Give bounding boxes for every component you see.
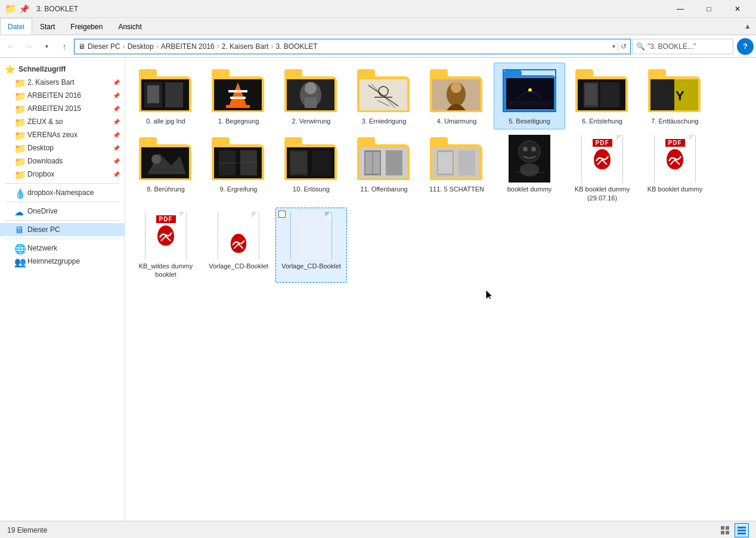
tab-start[interactable]: Start — [32, 18, 63, 35]
file-item-1[interactable]: 1. Begegnung — [203, 63, 274, 129]
onedrive-icon: ☁ — [14, 206, 24, 216]
title-controls[interactable]: — □ ✕ — [667, 0, 751, 18]
search-input[interactable] — [647, 42, 729, 51]
bc-booklet[interactable]: 3. BOOKLET — [275, 42, 317, 51]
sidebar-divider-2 — [5, 202, 120, 202]
help-button[interactable]: ? — [737, 38, 754, 55]
file-item-6[interactable]: 6. Entstehung — [566, 63, 638, 129]
recent-locations-button[interactable]: ▾ — [38, 38, 55, 55]
sidebar-item-network[interactable]: 🌐 Netzwerk — [0, 242, 125, 255]
sidebar-label-verenas: VERENAs zeux — [27, 131, 78, 139]
sidebar-label-this-pc: Dieser PC — [27, 225, 60, 234]
file-thumb-15: PDF — [648, 135, 702, 183]
file-item-8[interactable]: 8. Berührung — [130, 131, 202, 206]
sidebar: ⭐ Schnellzugriff 📁 2. Kaisers Bart 📌 📁 A… — [0, 58, 125, 521]
file-item-15[interactable]: PDF KB booklet dummy — [639, 131, 711, 206]
svg-rect-27 — [600, 82, 619, 107]
folder-svg-11 — [360, 147, 407, 178]
maximize-button[interactable]: □ — [695, 0, 723, 18]
indd-svg — [509, 135, 550, 183]
tab-freigeben[interactable]: Freigeben — [63, 18, 110, 35]
file-label-13: booklet dummy — [507, 185, 552, 193]
file-label-4: 4. Umarmung — [437, 117, 477, 125]
file-thumb-3 — [357, 67, 411, 115]
folder-icon-arbeiten2016: 📁 — [14, 91, 24, 100]
folder-svg-8 — [141, 147, 189, 178]
file-label-8: 8. Berührung — [147, 185, 185, 193]
folder-img-12 — [430, 137, 484, 180]
back-button[interactable]: ← — [2, 38, 19, 55]
sidebar-item-dropbox[interactable]: 💧 dropbox-Namespace — [0, 186, 125, 199]
address-box[interactable]: 🖥 Dieser PC › Desktop › ARBEITEN 2016 › … — [74, 39, 631, 54]
bc-desktop[interactable]: Desktop — [128, 42, 154, 51]
file-item-2[interactable]: 2. Verwirrung — [275, 63, 347, 129]
tab-datei[interactable]: Datei — [0, 18, 32, 35]
file-thumb-18 — [284, 212, 338, 259]
address-dropdown-icon[interactable]: ▾ — [612, 43, 615, 50]
sidebar-item-onedrive[interactable]: ☁ OneDrive — [0, 205, 125, 218]
acrobat-overlay-17 — [228, 233, 249, 255]
view-list-button[interactable] — [735, 523, 749, 537]
sidebar-item-kaisers-bart[interactable]: 📁 2. Kaisers Bart 📌 — [0, 76, 125, 89]
svg-rect-62 — [738, 530, 746, 531]
folder-icon-desktop: 📁 — [14, 143, 24, 153]
forward-button[interactable]: → — [20, 38, 37, 55]
sidebar-label-kaisers-bart: 2. Kaisers Bart — [27, 78, 75, 86]
acrobat-icon-15 — [664, 148, 686, 175]
file-item-12[interactable]: 111. 5 SCHATTEN — [421, 131, 492, 206]
file-item-13[interactable]: booklet dummy — [494, 131, 565, 206]
svg-rect-28 — [585, 84, 597, 105]
title-folder-icon: 📁 — [5, 3, 17, 14]
quick-access-header[interactable]: ⭐ Schnellzugriff — [0, 63, 125, 76]
file-item-4[interactable]: 4. Umarmung — [421, 63, 492, 129]
pin-icon-zeux: 📌 — [113, 119, 120, 125]
svg-point-54 — [523, 147, 528, 151]
sidebar-label-dropbox-folder: Dropbox — [27, 170, 54, 178]
file-item-0[interactable]: 0. alle jpg Ind — [130, 63, 202, 129]
file-with-acrobat-17 — [218, 212, 259, 259]
title-bar-icons: 📁 📌 3. BOOKLET — [5, 3, 78, 14]
bc-arbeiten2016[interactable]: ARBEITEN 2016 — [161, 42, 215, 51]
file-item-10[interactable]: 10. Erlösung — [275, 131, 347, 206]
file-label-6: 6. Entstehung — [582, 117, 622, 125]
sidebar-item-arbeiten2015[interactable]: 📁 ARBEITEN 2015 📌 — [0, 102, 125, 115]
file-label-5: 5. Beseitigung — [509, 117, 550, 125]
quick-access-label: Schnellzugriff — [18, 65, 66, 73]
file-item-7[interactable]: Y 7. Enttäuschung — [639, 63, 711, 129]
sidebar-item-zeux[interactable]: 📁 ZEUX & so 📌 — [0, 115, 125, 128]
file-item-18[interactable]: Vorlage_CD-Booklet — [275, 208, 347, 283]
sidebar-item-verenas[interactable]: 📁 VERENAs zeux 📌 — [0, 128, 125, 141]
address-refresh-icon[interactable]: ↺ — [618, 42, 627, 51]
file-item-9[interactable]: 9. Ergreifung — [203, 131, 274, 206]
view-grid-button[interactable] — [718, 523, 732, 537]
file-item-11[interactable]: 11. Offenbarung — [348, 131, 420, 206]
ribbon-collapse-icon[interactable]: ▲ — [744, 22, 751, 30]
minimize-button[interactable]: — — [667, 0, 694, 18]
grid-view-icon — [720, 525, 730, 535]
search-box[interactable]: 🔍 — [632, 39, 733, 54]
sidebar-label-arbeiten2015: ARBEITEN 2015 — [27, 104, 81, 113]
file-item-5[interactable]: 5. Beseitigung — [494, 63, 565, 129]
folder-img-3 — [357, 69, 411, 112]
sidebar-item-dropbox-folder[interactable]: 📁 Dropbox 📌 — [0, 168, 125, 181]
close-button[interactable]: ✕ — [724, 0, 751, 18]
sidebar-item-this-pc[interactable]: 🖥 Dieser PC — [0, 223, 125, 236]
file-item-14[interactable]: PDF KB booklet dummy (29.07.16) — [566, 131, 638, 206]
bc-kaisers-bart[interactable]: 2. Kaisers Bart — [222, 42, 269, 51]
file-item-17[interactable]: Vorlage_CD-Booklet — [203, 208, 274, 283]
tab-ansicht[interactable]: Ansicht — [110, 18, 149, 35]
sidebar-divider-1 — [5, 183, 120, 184]
sidebar-item-arbeiten2016[interactable]: 📁 ARBEITEN 2016 📌 — [0, 89, 125, 102]
title-text: 3. BOOKLET — [36, 5, 78, 13]
folder-svg-4 — [432, 79, 480, 110]
sidebar-item-homegroup[interactable]: 👥 Heimnetzgruppe — [0, 255, 125, 268]
file-item-3[interactable]: 3. Erniedrigung — [348, 63, 420, 129]
file-label-15: KB booklet dummy — [647, 185, 702, 193]
file-item-16[interactable]: PDF KB_wildes dummy booklet — [130, 208, 202, 283]
sidebar-item-desktop[interactable]: 📁 Desktop 📌 — [0, 141, 125, 154]
up-button[interactable]: ↑ — [56, 38, 73, 55]
bc-dieser-pc[interactable]: Dieser PC — [88, 42, 120, 51]
sidebar-item-downloads[interactable]: 📁 Downloads 📌 — [0, 154, 125, 168]
pin-icon-arbeiten2015: 📌 — [113, 106, 120, 112]
pin-icon-arbeiten2016: 📌 — [113, 92, 120, 99]
